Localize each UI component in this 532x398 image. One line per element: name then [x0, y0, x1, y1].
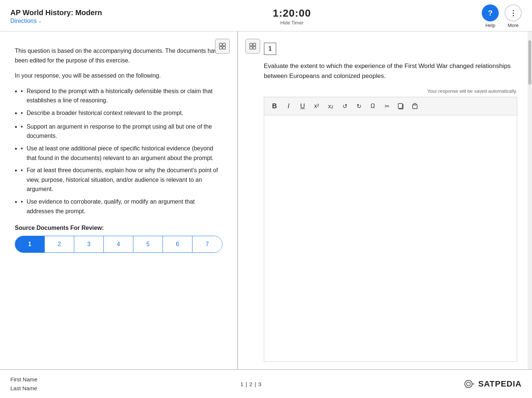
- header-right: ? Help ⋮ More: [482, 4, 522, 28]
- source-docs-label: Source Documents For Review:: [15, 225, 222, 231]
- page-separator-1: |: [246, 381, 247, 387]
- editor-container: B I U x² x₂ ↺ ↻ Ω ✂: [264, 97, 517, 362]
- page-2[interactable]: 2: [249, 381, 252, 387]
- doc-tab-3[interactable]: 3: [74, 236, 104, 252]
- editor-toolbar: B I U x² x₂ ↺ ↻ Ω ✂: [264, 97, 517, 115]
- svg-rect-5: [253, 43, 256, 46]
- bullet-text: For at least three documents, explain ho…: [27, 166, 222, 194]
- bullet-text: Describe a broader historical context re…: [27, 108, 183, 119]
- redo-button[interactable]: ↻: [352, 99, 365, 113]
- svg-point-12: [465, 380, 472, 388]
- italic-button[interactable]: I: [282, 99, 295, 113]
- first-name-label: First Name: [10, 375, 37, 384]
- bold-button[interactable]: B: [268, 99, 281, 113]
- assessment-intro: In your response, you will be assessed o…: [15, 71, 222, 81]
- last-name-label: Last Name: [10, 384, 37, 393]
- footer: First Name Last Name 1 | 2 | 3 SATPEDIA: [0, 370, 532, 398]
- page-3[interactable]: 3: [258, 381, 261, 387]
- scrollbar-thumb: [528, 40, 531, 85]
- svg-rect-0: [219, 43, 222, 46]
- directions-label: Directions: [10, 18, 37, 24]
- auto-save-note: Your response will be saved automaticall…: [264, 88, 517, 94]
- help-button[interactable]: ? Help: [482, 4, 499, 28]
- chevron-down-icon: ⌄: [38, 18, 42, 24]
- right-panel-content: 1 Evaluate the extent to which the exper…: [238, 31, 532, 369]
- bullet-icon: •: [21, 122, 23, 141]
- svg-rect-4: [250, 43, 252, 46]
- page-1[interactable]: 1: [240, 381, 243, 387]
- undo-button[interactable]: ↺: [338, 99, 351, 113]
- header-left: AP World History: Modern Directions ⌄: [10, 8, 102, 24]
- doc-tab-4[interactable]: 4: [104, 236, 133, 252]
- right-panel: 1 Evaluate the extent to which the exper…: [238, 31, 532, 369]
- bullet-text: Respond to the prompt with a historicall…: [27, 86, 222, 105]
- svg-rect-6: [250, 47, 252, 49]
- doc-tabs: 1 2 3 4 5 6 7: [15, 236, 222, 253]
- bullet-text: Support an argument in response to the p…: [27, 122, 222, 141]
- bullet-icon: •: [21, 197, 23, 216]
- exam-title: AP World History: Modern: [10, 8, 102, 17]
- underline-button[interactable]: U: [296, 99, 309, 113]
- bullet-icon: •: [21, 166, 23, 194]
- svg-rect-7: [253, 47, 256, 49]
- expand-icon: [249, 42, 256, 50]
- bullet-icon: •: [21, 108, 23, 119]
- directions-button[interactable]: Directions ⌄: [10, 18, 102, 24]
- bullet-text: Use at least one additional piece of spe…: [27, 144, 222, 163]
- doc-tab-7[interactable]: 7: [192, 236, 222, 252]
- more-icon[interactable]: ⋮: [505, 4, 522, 21]
- page-separator-2: |: [255, 381, 256, 387]
- header-center: 1:20:00 Hide Timer: [273, 7, 311, 25]
- svg-rect-9: [398, 103, 402, 108]
- svg-rect-2: [219, 47, 222, 49]
- footer-pagination: 1 | 2 | 3: [240, 381, 261, 387]
- list-item: •Describe a broader historical context r…: [15, 108, 222, 119]
- svg-rect-11: [414, 103, 416, 105]
- left-panel: This question is based on the accompanyi…: [0, 31, 238, 369]
- bullet-icon: •: [21, 144, 23, 163]
- superscript-button[interactable]: x²: [310, 99, 323, 113]
- scrollbar-track[interactable]: [528, 31, 532, 369]
- intro-paragraph: This question is based on the accompanyi…: [15, 46, 222, 65]
- doc-tab-6[interactable]: 6: [163, 236, 192, 252]
- brand-icon: [464, 378, 475, 390]
- left-panel-content: This question is based on the accompanyi…: [0, 31, 237, 369]
- help-icon[interactable]: ?: [482, 4, 499, 21]
- question-prompt: Evaluate the extent to which the experie…: [264, 61, 517, 81]
- doc-tab-5[interactable]: 5: [133, 236, 163, 252]
- more-button[interactable]: ⋮ More: [505, 4, 522, 28]
- list-item: •Respond to the prompt with a historical…: [15, 86, 222, 105]
- subscript-button[interactable]: x₂: [324, 99, 337, 113]
- main-content: This question is based on the accompanyi…: [0, 31, 532, 370]
- timer-display: 1:20:00: [273, 7, 311, 19]
- paste-button[interactable]: [408, 99, 422, 113]
- left-expand-button[interactable]: [215, 39, 230, 54]
- bullet-text: Use evidence to corroborate, qualify, or…: [27, 197, 222, 216]
- list-item: •Use evidence to corroborate, qualify, o…: [15, 197, 222, 216]
- help-label: Help: [485, 23, 495, 28]
- omega-button[interactable]: Ω: [366, 99, 379, 113]
- list-item: •For at least three documents, explain h…: [15, 166, 222, 194]
- bullet-list: •Respond to the prompt with a historical…: [15, 86, 222, 216]
- doc-tab-1[interactable]: 1: [15, 236, 45, 252]
- bullet-icon: •: [21, 86, 23, 105]
- more-label: More: [508, 23, 519, 28]
- response-editor[interactable]: [264, 115, 517, 361]
- question-number: 1: [269, 45, 272, 52]
- paste-icon: [412, 103, 418, 109]
- hide-timer-button[interactable]: Hide Timer: [280, 20, 304, 25]
- expand-icon: [219, 42, 226, 50]
- list-item: •Use at least one additional piece of sp…: [15, 144, 222, 163]
- copy-icon: [398, 103, 404, 109]
- cut-button[interactable]: ✂: [380, 99, 393, 113]
- brand-name: SATPEDIA: [478, 379, 522, 389]
- question-number-box: 1: [264, 42, 276, 55]
- doc-tab-2[interactable]: 2: [45, 236, 74, 252]
- list-item: •Support an argument in response to the …: [15, 122, 222, 141]
- copy-button[interactable]: [394, 99, 407, 113]
- header: AP World History: Modern Directions ⌄ 1:…: [0, 0, 532, 31]
- svg-rect-3: [223, 47, 225, 49]
- footer-user: First Name Last Name: [10, 375, 37, 393]
- svg-rect-1: [223, 43, 225, 46]
- right-expand-button[interactable]: [245, 39, 260, 54]
